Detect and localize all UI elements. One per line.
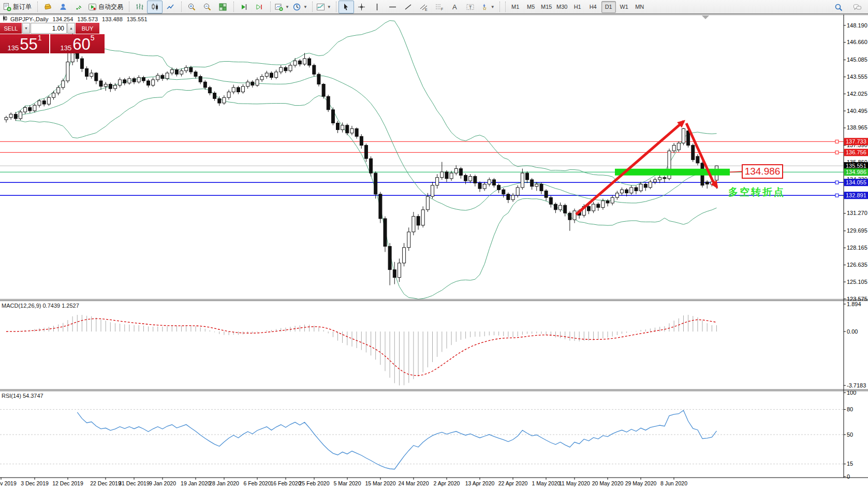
line-chart-icon xyxy=(166,3,175,11)
timeframe-button-mn[interactable]: MN xyxy=(632,1,647,13)
turning-point-note[interactable]: 多空转折点 xyxy=(728,186,785,197)
toolbar-right xyxy=(831,1,865,14)
new-order-button[interactable]: 新订单 xyxy=(1,1,34,13)
line-chart-button[interactable] xyxy=(163,1,178,13)
ask-price-panel[interactable]: 135 60 5 xyxy=(50,34,105,53)
buy-button[interactable]: BUY xyxy=(76,23,99,34)
toolbar-separator xyxy=(334,2,336,12)
chat-button[interactable] xyxy=(849,1,865,14)
new-order-button-label: 新订单 xyxy=(13,3,33,11)
sell-button[interactable]: SELL xyxy=(0,23,22,34)
hline-icon xyxy=(388,3,397,11)
svg-text:137.733: 137.733 xyxy=(846,138,866,145)
text-button[interactable]: A xyxy=(447,1,463,13)
bid-price-base: 135 xyxy=(8,44,19,52)
svg-text:F: F xyxy=(441,7,443,11)
chart-area[interactable]: 134.986多空转折点1.8940.00-3.7183100805015014… xyxy=(0,15,868,489)
fibo-icon: F xyxy=(435,3,444,11)
ohlc-close: 135.551 xyxy=(127,16,148,22)
toolbar-separator xyxy=(231,2,234,12)
price-chart[interactable]: 134.986多空转折点1.8940.00-3.7183100805015014… xyxy=(0,15,868,489)
vline-button[interactable] xyxy=(370,1,385,13)
label-button[interactable]: T xyxy=(463,1,478,13)
bar-chart-button[interactable] xyxy=(131,1,147,13)
support-zone-bar[interactable] xyxy=(615,169,730,176)
chart-title-bar: GBPJPY-,Daily 134.254 135.573 133.488 13… xyxy=(3,16,148,22)
svg-text:E: E xyxy=(425,8,428,11)
timeframe-button-m15[interactable]: M15 xyxy=(539,1,554,13)
hline-button[interactable] xyxy=(385,1,401,13)
svg-text:24 Nov 2019: 24 Nov 2019 xyxy=(0,480,17,486)
svg-text:134.986: 134.986 xyxy=(745,166,781,177)
zoom-out-button[interactable] xyxy=(199,1,215,13)
timeframe-button-m30[interactable]: M30 xyxy=(555,1,569,13)
new-chart-icon xyxy=(274,3,283,11)
text-a-icon: A xyxy=(450,3,459,11)
timeframe-button-h4[interactable]: H4 xyxy=(586,1,600,13)
svg-text:123.575: 123.575 xyxy=(847,296,867,302)
svg-text:15: 15 xyxy=(847,461,853,467)
trendline-button[interactable] xyxy=(401,1,416,13)
dropdown-arrow-icon[interactable]: ▼ xyxy=(491,5,495,9)
ask-price-main: 60 xyxy=(72,37,90,52)
volume-increase-button[interactable]: ▲ xyxy=(67,23,75,34)
market-button[interactable] xyxy=(40,1,55,13)
volume-input[interactable]: 1.00 xyxy=(31,23,67,34)
timeframe-button-h1[interactable]: H1 xyxy=(570,1,585,13)
search-button[interactable] xyxy=(831,1,846,14)
label-t-icon: T xyxy=(466,3,475,11)
timeframe-button-w1[interactable]: W1 xyxy=(617,1,631,13)
svg-text:8 Jun 2020: 8 Jun 2020 xyxy=(660,480,687,486)
timeframe-button-d1[interactable]: D1 xyxy=(601,1,616,13)
shift-chart-button[interactable] xyxy=(236,1,252,13)
community-button[interactable] xyxy=(55,1,71,13)
autotrade-icon xyxy=(88,3,97,11)
clock-icon xyxy=(292,3,301,11)
svg-text:128.165: 128.165 xyxy=(847,244,867,251)
svg-text:138.965: 138.965 xyxy=(847,124,867,131)
tile-windows-button[interactable] xyxy=(215,1,230,13)
channel-button[interactable]: E xyxy=(416,1,432,13)
periods-button[interactable]: ▼ xyxy=(291,1,309,13)
cursor-icon xyxy=(342,3,350,11)
svg-text:6 Feb 2020: 6 Feb 2020 xyxy=(243,480,271,486)
crosshair-button[interactable] xyxy=(354,1,370,13)
timeframe-button-m1[interactable]: M1 xyxy=(508,1,523,13)
signals-button[interactable] xyxy=(71,1,86,13)
macd-indicator-label: MACD(12,26,9) 0.7439 1.2527 xyxy=(2,303,79,309)
dropdown-arrow-icon[interactable]: ▼ xyxy=(303,5,307,9)
auto-scroll-icon xyxy=(255,3,264,11)
bid-price-panel[interactable]: 135 55 1 xyxy=(0,34,50,53)
zoom-out-icon xyxy=(203,3,212,11)
svg-text:16 Feb 2020: 16 Feb 2020 xyxy=(271,480,301,486)
svg-text:15 Mar 2020: 15 Mar 2020 xyxy=(365,480,396,486)
cursor-button[interactable] xyxy=(339,1,354,13)
svg-text:22 Dec 2019: 22 Dec 2019 xyxy=(90,480,121,486)
svg-text:5 Mar 2020: 5 Mar 2020 xyxy=(333,480,361,486)
indicators-button[interactable]: ▼ xyxy=(315,1,333,13)
svg-text:100: 100 xyxy=(847,390,856,396)
new-chart-button[interactable]: ▼ xyxy=(273,1,291,13)
shapes-icon xyxy=(480,3,489,11)
volume-decrease-button[interactable]: ▼ xyxy=(22,23,30,34)
toolbar-separator xyxy=(310,2,313,12)
auto-scroll-button[interactable] xyxy=(252,1,267,13)
candle-chart-button[interactable] xyxy=(147,1,163,13)
svg-text:29 May 2020: 29 May 2020 xyxy=(625,480,657,486)
zoom-in-button[interactable] xyxy=(184,1,199,13)
zoom-in-icon xyxy=(187,3,196,11)
doc-plus-icon xyxy=(3,3,11,11)
dropdown-arrow-icon[interactable]: ▼ xyxy=(285,5,289,9)
fibonacci-button[interactable]: F xyxy=(432,1,447,13)
main-toolbar: 新订单自动交易▼▼▼EFAT▼ M1M5M15M30H1H4D1W1MN xyxy=(0,0,868,14)
auto-trading-button[interactable]: 自动交易 xyxy=(86,1,126,13)
svg-text:125.105: 125.105 xyxy=(847,279,867,285)
bid-price-main: 55 xyxy=(20,37,37,52)
svg-text:131.270: 131.270 xyxy=(847,210,867,216)
timeframe-button-m5[interactable]: M5 xyxy=(524,1,538,13)
shapes-button[interactable]: ▼ xyxy=(478,1,496,13)
dropdown-arrow-icon[interactable]: ▼ xyxy=(327,5,331,9)
svg-text:145.085: 145.085 xyxy=(847,56,867,63)
mini-candle-icon xyxy=(3,16,7,22)
toolbar-separator xyxy=(127,2,129,12)
